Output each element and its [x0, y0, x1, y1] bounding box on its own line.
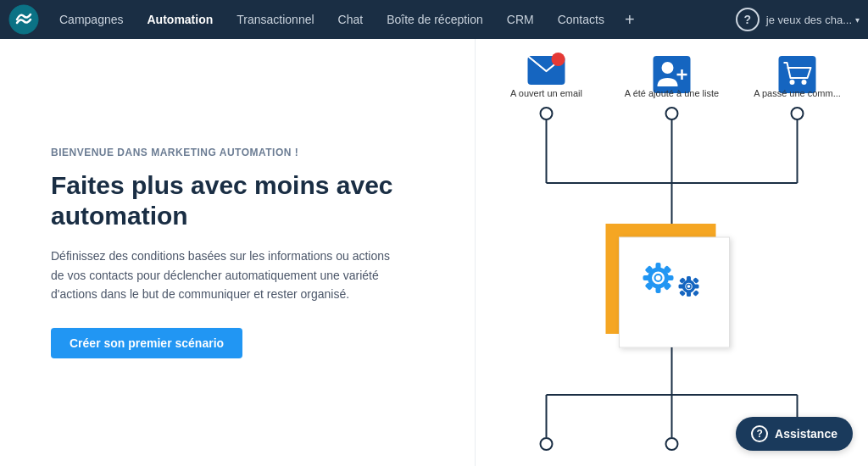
svg-rect-25 [694, 285, 699, 289]
svg-rect-12 [656, 263, 661, 269]
automation-diagram: A ouvert un email A été ajouté à une lis… [476, 39, 868, 466]
node-trigger2 [666, 108, 678, 119]
top-navigation: Campagnes Automation Transactionnel Chat… [0, 0, 868, 39]
welcome-label: BIENVENUE DANS MARKETING AUTOMATION ! [51, 147, 424, 158]
svg-point-4 [662, 62, 674, 74]
trigger2-label: A été ajouté à une liste [625, 88, 719, 98]
nav-item-contacts[interactable]: Contacts [546, 0, 616, 39]
create-scenario-button[interactable]: Créer son premier scénario [51, 328, 242, 358]
nav-add-button[interactable]: + [616, 0, 643, 39]
nav-item-chat[interactable]: Chat [326, 0, 376, 39]
nav-item-automation[interactable]: Automation [136, 0, 225, 39]
gear-white-box [620, 237, 730, 347]
nav-item-transactionnel[interactable]: Transactionnel [225, 0, 326, 39]
svg-rect-14 [643, 275, 650, 280]
node-trigger3 [792, 108, 804, 119]
node-trigger1 [541, 108, 553, 119]
trigger-email-icon [528, 53, 565, 85]
logo[interactable] [8, 4, 39, 35]
chevron-down-icon: ▾ [855, 15, 860, 25]
trigger1-label: A ouvert un email [510, 88, 582, 98]
nav-right: ? je veux des cha... ▾ [736, 8, 860, 31]
main-title: Faites plus avec moins avec automation [51, 170, 424, 231]
nav-items: Campagnes Automation Transactionnel Chat… [47, 0, 736, 39]
svg-rect-15 [667, 275, 674, 280]
assistance-button[interactable]: ? Assistance [736, 417, 853, 451]
svg-point-9 [802, 80, 807, 85]
right-panel: A ouvert un email A été ajouté à une lis… [475, 39, 868, 466]
node-bottom-left [541, 438, 553, 450]
svg-point-8 [790, 80, 795, 85]
main-description: Définissez des conditions basées sur les… [51, 247, 390, 303]
help-button[interactable]: ? [736, 8, 760, 31]
svg-point-21 [687, 285, 691, 289]
svg-rect-23 [687, 291, 691, 297]
left-panel: BIENVENUE DANS MARKETING AUTOMATION ! Fa… [0, 39, 475, 466]
svg-point-2 [552, 53, 565, 66]
nav-item-campagnes[interactable]: Campagnes [47, 0, 136, 39]
user-label: je veux des cha... [766, 14, 852, 26]
assistance-label: Assistance [775, 427, 837, 441]
diagram-container: A ouvert un email A été ajouté à une lis… [476, 39, 868, 466]
gear-large-icon [643, 263, 674, 293]
svg-rect-24 [679, 285, 684, 289]
nav-item-crm[interactable]: CRM [495, 0, 546, 39]
svg-point-0 [9, 5, 38, 34]
svg-rect-22 [687, 276, 691, 281]
user-menu[interactable]: je veux des cha... ▾ [766, 14, 860, 26]
nav-item-boite[interactable]: Boîte de réception [375, 0, 495, 39]
trigger3-label: A passé une comm... [754, 88, 841, 98]
node-bottom-center [666, 438, 678, 450]
gear-small-icon [679, 276, 699, 297]
assistance-icon: ? [751, 425, 768, 442]
main-content: BIENVENUE DANS MARKETING AUTOMATION ! Fa… [0, 39, 868, 466]
svg-point-11 [655, 275, 662, 281]
svg-rect-13 [656, 286, 661, 293]
